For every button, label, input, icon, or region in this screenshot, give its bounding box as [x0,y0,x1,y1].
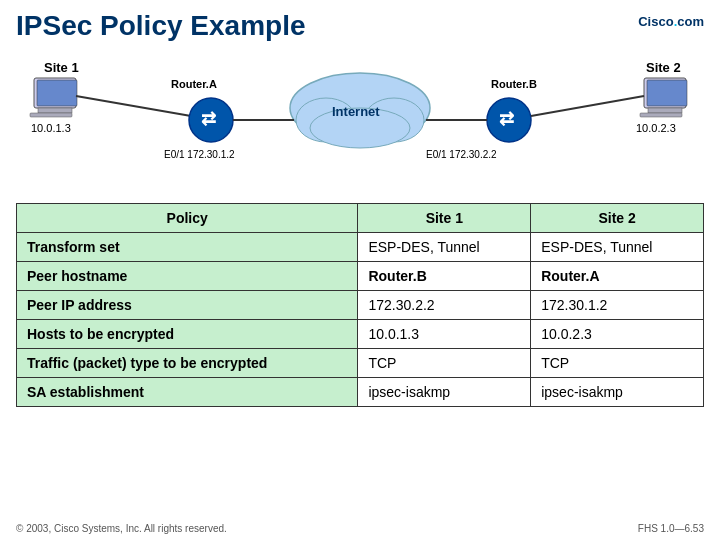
table-cell: Transform set [17,233,358,262]
table-header-row: Policy Site 1 Site 2 [17,204,704,233]
policy-table-container: Policy Site 1 Site 2 Transform setESP-DE… [0,203,720,407]
version-text: FHS 1.0—6.53 [638,523,704,534]
table-row: Transform setESP-DES, TunnelESP-DES, Tun… [17,233,704,262]
table-row: Peer IP address172.30.2.2172.30.1.2 [17,291,704,320]
svg-line-10 [76,96,191,116]
page-title: IPSec Policy Example [16,10,306,42]
table-body: Transform setESP-DES, TunnelESP-DES, Tun… [17,233,704,407]
svg-text:E0/1 172.30.2.2: E0/1 172.30.2.2 [426,149,497,160]
svg-text:E0/1 172.30.1.2: E0/1 172.30.1.2 [164,149,235,160]
svg-rect-6 [640,113,682,117]
svg-text:10.0.1.3: 10.0.1.3 [31,122,71,134]
table-cell: Traffic (packet) type to be encrypted [17,349,358,378]
svg-text:⇄: ⇄ [201,109,216,129]
svg-rect-2 [30,113,72,117]
col-policy: Policy [17,204,358,233]
svg-rect-7 [647,80,687,106]
copyright-text: © 2003, Cisco Systems, Inc. All rights r… [16,523,227,534]
svg-text:Router.B: Router.B [491,78,537,90]
cisco-logo: Cisco.com [638,14,704,29]
header: IPSec Policy Example Cisco.com [0,0,720,48]
table-row: Traffic (packet) type to be encryptedTCP… [17,349,704,378]
table-cell: Hosts to be encrypted [17,320,358,349]
table-cell: 10.0.2.3 [531,320,704,349]
table-cell: ipsec-isakmp [531,378,704,407]
site2-label: Site 2 [646,60,681,75]
table-cell: Peer hostname [17,262,358,291]
table-row: SA establishmentipsec-isakmpipsec-isakmp [17,378,704,407]
table-cell: Peer IP address [17,291,358,320]
table-cell: TCP [358,349,531,378]
table-cell: 10.0.1.3 [358,320,531,349]
svg-rect-5 [648,108,682,113]
policy-table: Policy Site 1 Site 2 Transform setESP-DE… [16,203,704,407]
table-cell: 172.30.1.2 [531,291,704,320]
svg-text:10.0.2.3: 10.0.2.3 [636,122,676,134]
table-cell: ESP-DES, Tunnel [358,233,531,262]
footer: © 2003, Cisco Systems, Inc. All rights r… [16,523,704,534]
cisco-logo-text: Cisco.com [638,14,704,29]
svg-rect-3 [37,80,77,106]
col-site1: Site 1 [358,204,531,233]
table-cell: Router.A [531,262,704,291]
svg-text:Internet: Internet [332,104,380,119]
network-diagram: Site 1 Site 2 10.0.1.3 10.0.2.3 Router.A… [0,48,720,203]
site1-label: Site 1 [44,60,79,75]
table-cell: TCP [531,349,704,378]
table-cell: ESP-DES, Tunnel [531,233,704,262]
table-cell: SA establishment [17,378,358,407]
table-cell: Router.B [358,262,531,291]
svg-text:⇄: ⇄ [499,109,514,129]
diagram-svg: Site 1 Site 2 10.0.1.3 10.0.2.3 Router.A… [16,48,704,203]
svg-line-26 [531,96,644,116]
table-cell: ipsec-isakmp [358,378,531,407]
col-site2: Site 2 [531,204,704,233]
table-row: Peer hostnameRouter.BRouter.A [17,262,704,291]
table-cell: 172.30.2.2 [358,291,531,320]
table-row: Hosts to be encrypted10.0.1.310.0.2.3 [17,320,704,349]
svg-text:Router.A: Router.A [171,78,217,90]
svg-rect-1 [38,108,72,113]
